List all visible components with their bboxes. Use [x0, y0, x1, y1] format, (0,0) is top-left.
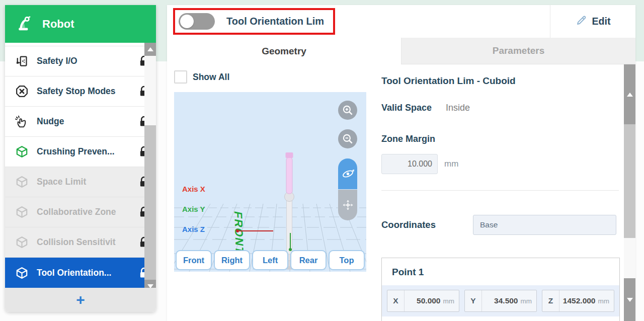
axis-y-label: Axis Y [182, 205, 205, 213]
sidebar-item-label: Crushing Preven... [37, 146, 138, 157]
toggle-knob [180, 15, 194, 28]
scrollbar-thumb[interactable] [624, 124, 635, 238]
sidebar-item-nudge[interactable]: Nudge [5, 107, 156, 137]
valid-space-label: Valid Space [381, 103, 439, 113]
axis-letter: Z [542, 290, 559, 311]
zone-margin-row: 10.000 mm [381, 154, 458, 174]
valid-space-row: Valid Space Inside [381, 103, 470, 113]
nudge-hand-icon [14, 114, 29, 129]
zoom-out-button[interactable] [338, 129, 357, 148]
details-scrollbar [624, 64, 635, 321]
sidebar-item-crushing-prevention[interactable]: Crushing Preven... [5, 137, 156, 167]
show-all-checkbox[interactable] [174, 70, 187, 84]
sidebar-item-label: Space Limit [37, 177, 138, 187]
view-right-button[interactable]: Right [214, 250, 250, 270]
sidebar-item-label: Collaborative Zone [37, 207, 138, 217]
main-panel: Tool Orientation Lim Edit Geometry Param… [167, 5, 635, 321]
sidebar-item-tool-orientation[interactable]: Tool Orientation... [5, 258, 156, 288]
coordinates-row: Coordinates Base [381, 215, 616, 235]
tab-geometry[interactable]: Geometry [167, 38, 401, 64]
point-1-card: Point 1 X 50.000 mm Y 34.500 mm [381, 258, 620, 321]
view-left-button[interactable]: Left [252, 250, 288, 270]
valid-space-value: Inside [446, 103, 470, 113]
sidebar-item-label: Tool Orientation... [37, 268, 138, 278]
axis-value: 1452.000 [559, 296, 598, 305]
point-1-title: Point 1 [382, 258, 619, 285]
sidebar-title: Robot [42, 18, 74, 31]
pencil-icon [576, 15, 587, 29]
view-front-button[interactable]: Front [176, 250, 212, 270]
details-column: Tool Orientation Lim - Cuboid Valid Spac… [375, 64, 624, 321]
cube-icon [14, 205, 29, 220]
sidebar-item-collision-sensitivity[interactable]: Collision Sensitivit [5, 227, 156, 258]
show-all-label: Show All [193, 72, 229, 83]
axis-letter: Y [465, 290, 482, 311]
viewport-column: Show All [167, 64, 375, 321]
scroll-up-button[interactable] [144, 43, 156, 56]
sidebar: Robot Safety I/O [5, 5, 156, 312]
sidebar-item-label: Collision Sensitivit [37, 237, 138, 248]
zone-title: Tool Orientation Lim - Cuboid [381, 75, 516, 87]
point-1-fields: X 50.000 mm Y 34.500 mm Z 1452.000 m [382, 285, 619, 316]
toggle-label: Tool Orientation Lim [226, 5, 324, 38]
sidebar-item-space-limit[interactable]: Space Limit [5, 167, 156, 197]
point-y-field[interactable]: Y 34.500 mm [464, 290, 537, 312]
sidebar-item-safety-stop-modes[interactable]: Safety Stop Modes [5, 76, 156, 107]
triangle-up-icon [147, 47, 153, 51]
stop-modes-icon [14, 84, 29, 99]
sidebar-item-label: Safety I/O [37, 56, 138, 66]
tab-parameters[interactable]: Parameters [401, 38, 635, 64]
plus-icon: + [76, 291, 85, 308]
axis-x-label: Axis X [182, 185, 205, 193]
tool-orientation-toggle[interactable] [179, 13, 215, 30]
coordinates-label: Coordinates [381, 215, 436, 235]
sidebar-item-collaborative-zone[interactable]: Collaborative Zone [5, 197, 156, 227]
cube-icon [14, 265, 29, 280]
pan-arrows-icon [341, 198, 355, 212]
zoom-in-button[interactable] [338, 101, 357, 120]
scrollbar-track [624, 238, 635, 278]
cube-icon [14, 144, 29, 159]
robot-settings-screen: Robot Safety I/O [0, 0, 644, 321]
front-floor-label: FRONT [231, 210, 246, 256]
edit-label: Edit [592, 16, 611, 27]
magnifier-minus-icon [341, 132, 354, 145]
add-zone-button[interactable]: + [5, 288, 156, 312]
axis-value: 34.500 [482, 296, 521, 305]
scroll-down-button[interactable] [624, 278, 635, 321]
section-divider [381, 190, 619, 191]
zone-margin-input[interactable]: 10.000 [381, 154, 438, 174]
edit-button[interactable]: Edit [550, 5, 635, 38]
cube-icon [14, 235, 29, 250]
scroll-up-button[interactable] [624, 64, 635, 124]
axis-unit: mm [521, 297, 537, 305]
3d-viewport[interactable]: Axis X Axis Y Axis Z FRONT [174, 92, 366, 272]
sidebar-list: Safety I/O Safety Stop Modes [5, 43, 156, 288]
main-header: Tool Orientation Lim Edit [167, 5, 635, 38]
scrollbar-thumb[interactable] [144, 125, 156, 280]
zone-margin-unit: mm [444, 159, 458, 169]
view-top-button[interactable]: Top [329, 250, 365, 270]
coordinates-select[interactable]: Base [473, 215, 616, 235]
magnifier-plus-icon [341, 104, 354, 117]
triangle-up-icon [627, 93, 633, 97]
sidebar-partial-row [5, 43, 156, 46]
rotate-view-button[interactable] [338, 158, 357, 189]
axis-z-label: Axis Z [182, 225, 205, 233]
view-rear-button[interactable]: Rear [290, 250, 327, 270]
tab-label: Geometry [262, 46, 306, 57]
x-axis-marker [238, 230, 273, 231]
robot-arm-icon [16, 14, 34, 34]
tab-label: Parameters [493, 45, 545, 56]
sidebar-item-safety-io[interactable]: Safety I/O [5, 46, 156, 76]
point-x-field[interactable]: X 50.000 mm [387, 290, 459, 312]
triangle-down-icon [627, 298, 633, 302]
view-buttons-row: Front Right Left Rear Top [176, 250, 365, 270]
axis-unit: mm [443, 297, 459, 305]
pan-view-button[interactable] [338, 190, 357, 220]
zone-margin-label: Zone Margin [381, 134, 435, 144]
tab-bar: Geometry Parameters [167, 38, 635, 64]
cube-icon [14, 175, 29, 190]
sidebar-scrollbar [144, 43, 156, 293]
point-z-field[interactable]: Z 1452.000 mm [542, 290, 614, 312]
